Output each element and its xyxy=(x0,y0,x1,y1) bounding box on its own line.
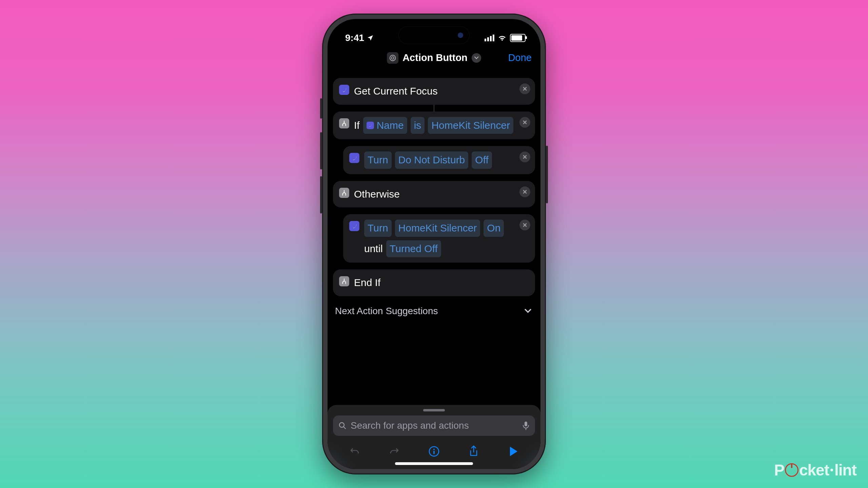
cellular-icon xyxy=(485,35,494,41)
search-placeholder: Search for apps and actions xyxy=(351,420,518,431)
remove-action-button[interactable] xyxy=(519,220,530,230)
share-icon xyxy=(469,445,479,458)
suggestions-label: Next Action Suggestions xyxy=(335,306,438,317)
clock: 9:41 xyxy=(345,33,364,43)
mic-icon[interactable] xyxy=(522,421,530,430)
turn-focus-token[interactable]: Do Not Disturb xyxy=(395,151,469,169)
nav-bar: Action Button Done xyxy=(328,48,540,69)
redo-button[interactable] xyxy=(387,444,402,459)
sheet-grabber[interactable] xyxy=(423,409,445,411)
chevron-down-icon xyxy=(524,307,532,315)
if-value-token[interactable]: HomeKit Silencer xyxy=(428,117,513,134)
branch-icon xyxy=(339,276,349,286)
svg-point-6 xyxy=(433,449,435,450)
title-options-button[interactable] xyxy=(472,53,481,63)
close-icon xyxy=(522,155,527,159)
remove-action-button[interactable] xyxy=(519,83,530,94)
if-keyword: If xyxy=(354,118,360,134)
share-button[interactable] xyxy=(466,444,481,459)
turn-verb-token[interactable]: Turn xyxy=(364,220,392,237)
svg-point-1 xyxy=(391,57,394,59)
remove-action-button[interactable] xyxy=(519,186,530,197)
otherwise-label: Otherwise xyxy=(354,186,400,202)
run-button[interactable] xyxy=(506,444,521,459)
iphone-frame: 9:41 Action Button Done xyxy=(322,14,546,474)
if-operator-token[interactable]: is xyxy=(411,117,425,134)
action-get-current-focus[interactable]: Get Current Focus xyxy=(333,78,535,105)
side-button-silence xyxy=(320,98,322,119)
play-icon xyxy=(509,446,518,457)
endif-label: End If xyxy=(354,275,380,291)
battery-icon xyxy=(510,34,526,42)
editor-toolbar xyxy=(333,444,535,459)
watermark: Pcketlint xyxy=(774,461,856,479)
page-title: Action Button xyxy=(402,52,468,63)
turn-state-token[interactable]: Off xyxy=(472,151,492,169)
until-value-token[interactable]: Turned Off xyxy=(386,240,441,258)
info-icon xyxy=(428,446,440,457)
redo-icon xyxy=(389,446,400,457)
turn-focus-token[interactable]: HomeKit Silencer xyxy=(395,220,480,237)
action-picker-sheet: Search for apps and actions xyxy=(328,405,540,469)
flow-connector xyxy=(434,105,434,111)
svg-line-3 xyxy=(343,427,346,429)
focus-icon xyxy=(349,221,359,231)
undo-button[interactable] xyxy=(347,444,362,459)
done-button[interactable]: Done xyxy=(508,52,532,63)
power-icon xyxy=(785,463,798,477)
focus-icon xyxy=(349,153,359,163)
shortcut-glyph-icon xyxy=(387,52,398,64)
next-action-suggestions-header[interactable]: Next Action Suggestions xyxy=(333,303,535,317)
action-title: Get Current Focus xyxy=(354,83,438,99)
close-icon xyxy=(522,86,527,91)
turn-state-token[interactable]: On xyxy=(484,220,504,237)
svg-rect-4 xyxy=(525,422,527,426)
branch-icon xyxy=(339,188,349,198)
action-otherwise[interactable]: Otherwise xyxy=(333,181,535,208)
action-set-focus-on[interactable]: Turn HomeKit Silencer On until Turned Of… xyxy=(343,214,535,263)
close-icon xyxy=(522,189,527,194)
wifi-icon xyxy=(498,35,507,41)
undo-icon xyxy=(349,446,360,457)
close-icon xyxy=(522,120,527,125)
action-end-if[interactable]: End If xyxy=(333,269,535,296)
action-set-focus-off[interactable]: Turn Do Not Disturb Off xyxy=(343,146,535,174)
action-if[interactable]: If Name is HomeKit Silencer xyxy=(333,111,535,140)
until-keyword: until xyxy=(364,241,383,257)
side-button-vol-down xyxy=(320,176,322,214)
location-icon xyxy=(367,35,374,41)
svg-point-0 xyxy=(390,55,396,61)
search-field[interactable]: Search for apps and actions xyxy=(333,415,535,436)
screen: 9:41 Action Button Done xyxy=(328,19,540,469)
remove-action-button[interactable] xyxy=(519,151,530,162)
info-button[interactable] xyxy=(427,444,441,459)
chevron-down-icon xyxy=(474,56,479,60)
dynamic-island xyxy=(398,26,470,44)
svg-rect-7 xyxy=(433,451,435,454)
search-icon xyxy=(338,422,347,430)
if-variable-token[interactable]: Name xyxy=(363,117,407,134)
focus-icon xyxy=(339,85,349,95)
side-button-power xyxy=(546,146,548,203)
home-indicator[interactable] xyxy=(395,462,473,465)
remove-action-button[interactable] xyxy=(519,117,530,128)
close-icon xyxy=(522,223,527,227)
focus-icon xyxy=(367,122,374,129)
branch-icon xyxy=(339,118,349,128)
side-button-vol-up xyxy=(320,132,322,169)
turn-verb-token[interactable]: Turn xyxy=(364,151,392,169)
